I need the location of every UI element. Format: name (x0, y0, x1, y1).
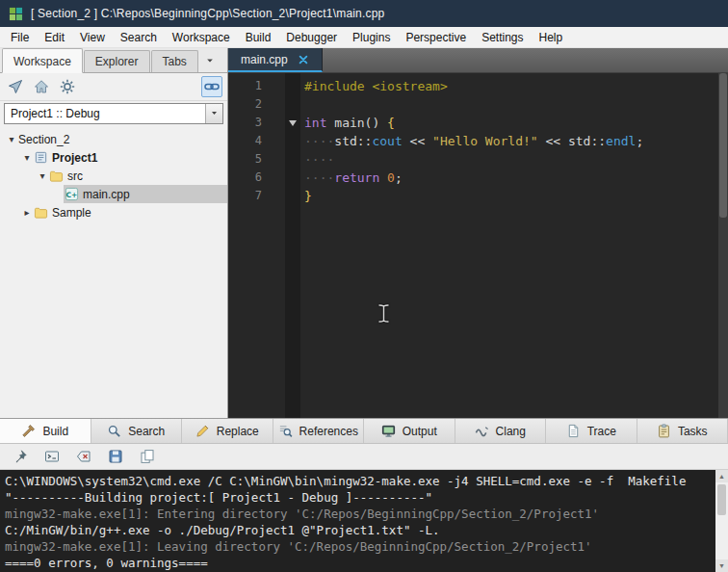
tab-label: Tasks (678, 425, 708, 438)
code-editor[interactable]: 1#include <iostream>23int main() {4····s… (228, 73, 728, 418)
console-line: mingw32-make.exe[1]: Leaving directory '… (5, 538, 723, 555)
tab-tabs[interactable]: Tabs (151, 50, 198, 72)
tab-label: Build (42, 425, 68, 438)
pin-button[interactable] (11, 448, 29, 466)
code-text: #include <iostream> (304, 77, 448, 95)
line-number: 6 (228, 169, 262, 187)
tab-trace[interactable]: Trace (546, 419, 637, 443)
tab-replace[interactable]: Replace (182, 419, 273, 443)
save-icon (108, 449, 123, 464)
tab-references[interactable]: References (273, 419, 365, 443)
chevron-down-icon (210, 107, 219, 120)
tree-expanded-arrow-icon[interactable]: ▾ (37, 170, 48, 181)
build-console[interactable]: C:\WINDOWS\system32\cmd.exe /C C:\MinGW\… (0, 470, 728, 572)
menu-item-help[interactable]: Help (532, 27, 571, 48)
tree-item-label: src (67, 169, 83, 183)
editor-tab-main-cpp[interactable]: main.cpp (228, 48, 323, 72)
tab-build[interactable]: Build (0, 419, 91, 443)
menu-item-view[interactable]: View (72, 27, 113, 48)
main-area: WorkspaceExplorerTabs Project1 :: Debug … (0, 48, 728, 418)
menu-item-debugger[interactable]: Debugger (278, 27, 345, 48)
tree-item-sample[interactable]: ▸Sample (0, 203, 227, 221)
document-icon (566, 424, 581, 438)
tree-item-label: Project1 (52, 151, 97, 165)
tree-collapsed-arrow-icon[interactable]: ▸ (21, 207, 33, 218)
tab-label: Search (128, 425, 165, 438)
code-line: 5···· (228, 150, 728, 169)
tree-item-project1[interactable]: ▾Project1 (0, 148, 227, 167)
monitor-icon (381, 424, 396, 438)
menu-item-settings[interactable]: Settings (474, 27, 531, 48)
folder-icon (34, 205, 48, 220)
link-icon (204, 79, 220, 94)
scroll-up-arrow-icon[interactable]: ▲ (715, 470, 728, 482)
line-number: 5 (228, 150, 262, 169)
code-text: ····std::cout << "Hello World!" << std::… (304, 132, 643, 150)
editor-scrollbar-thumb[interactable] (719, 73, 727, 218)
editor-tabbar: main.cpp (228, 48, 728, 73)
tab-tasks[interactable]: Tasks (637, 419, 728, 443)
tree-expanded-arrow-icon[interactable]: ▾ (21, 152, 33, 163)
menu-item-perspective[interactable]: Perspective (398, 27, 474, 48)
menu-item-build[interactable]: Build (238, 27, 279, 48)
tree-item-src[interactable]: ▾src (0, 167, 227, 185)
app-logo-icon (9, 7, 23, 21)
tab-search[interactable]: Search (91, 419, 183, 443)
tab-clang[interactable]: Clang (455, 419, 547, 443)
link-button[interactable] (201, 76, 222, 97)
console-scrollbar-thumb[interactable] (717, 484, 726, 515)
code-line: 3int main() { (228, 114, 728, 132)
config-selector-dropdown-button[interactable] (205, 104, 222, 123)
clear-icon (76, 449, 91, 464)
tab-output[interactable]: Output (364, 419, 455, 443)
editor-column: main.cpp 1#include <iostream>23int main(… (228, 48, 728, 418)
close-tab-button[interactable] (298, 54, 309, 65)
tree-item-section-2[interactable]: ▾Section_2 (0, 130, 227, 148)
tree-item-main-cpp[interactable]: C+main.cpp (0, 185, 227, 203)
console-scrollbar[interactable]: ▲ ▼ (715, 470, 728, 572)
menu-item-plugins[interactable]: Plugins (345, 27, 398, 48)
menubar: FileEditViewSearchWorkspaceBuildDebugger… (0, 27, 728, 48)
line-number: 2 (228, 95, 262, 114)
menu-item-file[interactable]: File (3, 27, 37, 48)
save-button[interactable] (106, 448, 124, 466)
tab-label: Replace (217, 425, 259, 438)
code-text: int main() { (304, 114, 395, 132)
tab-workspace[interactable]: Workspace (2, 48, 83, 73)
build-config-selector[interactable]: Project1 :: Debug (4, 103, 223, 124)
copy-button[interactable] (138, 448, 156, 466)
line-number: 4 (228, 132, 262, 150)
clear-button[interactable] (74, 448, 92, 466)
code-line: 4····std::cout << "Hello World!" << std:… (228, 132, 728, 150)
tree-expanded-arrow-icon[interactable]: ▾ (6, 134, 17, 144)
tab-explorer[interactable]: Explorer (84, 50, 150, 72)
code-text: ····return 0; (304, 169, 403, 187)
menu-item-workspace[interactable]: Workspace (165, 27, 238, 48)
folder-icon (49, 169, 64, 183)
tab-label: Clang (496, 425, 526, 438)
gear-button[interactable] (57, 76, 78, 97)
terminal-button[interactable] (42, 448, 61, 466)
config-selector-value: Project1 :: Debug (5, 107, 205, 120)
sidebar: WorkspaceExplorerTabs Project1 :: Debug … (0, 48, 228, 418)
pin-icon (13, 449, 28, 464)
fold-marker-icon[interactable] (289, 120, 297, 126)
magnifier-icon (107, 424, 121, 438)
workspace-tree: ▾Section_2▾Project1▾srcC+main.cpp▸Sample (0, 126, 227, 418)
code-line: 2 (228, 95, 728, 114)
build-config-row: Project1 :: Debug (0, 101, 227, 126)
titlebar[interactable]: [ Section_2 ] C:\Repos\BeginningCpp\Sect… (0, 0, 728, 27)
tab-label: Output (403, 425, 437, 438)
home-button[interactable] (31, 76, 52, 97)
scroll-down-arrow-icon[interactable]: ▼ (715, 559, 728, 572)
home-icon (34, 79, 49, 94)
line-number: 7 (228, 187, 262, 205)
menu-item-search[interactable]: Search (113, 27, 165, 48)
code-line: 7} (228, 187, 728, 205)
locate-button[interactable] (5, 76, 26, 97)
tree-item-label: Section_2 (18, 133, 69, 146)
editor-scrollbar[interactable] (718, 73, 728, 418)
application-window: [ Section_2 ] C:\Repos\BeginningCpp\Sect… (0, 0, 728, 572)
tab-overflow-button[interactable] (201, 50, 219, 70)
menu-item-edit[interactable]: Edit (37, 27, 72, 48)
